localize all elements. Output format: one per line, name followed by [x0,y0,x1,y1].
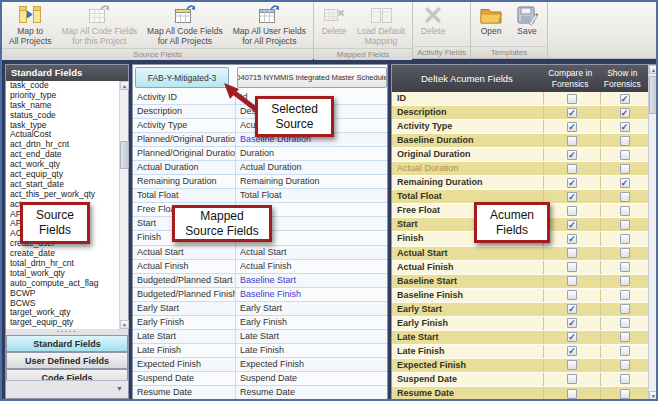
ribbon-button-map-to-all-projects[interactable]: Map to All Projects [5,3,56,48]
mapped-field-source1[interactable]: Budgeted/Planned Finish [133,288,235,301]
scroll-down-icon[interactable]: ▼ [649,391,658,400]
mapped-field-source1[interactable]: Resume Date [133,386,235,399]
compare-in-forensics-checkbox[interactable] [567,164,577,174]
mapped-field-source1[interactable]: Planned/Original Duration [133,147,235,160]
compare-in-forensics-checkbox[interactable] [567,136,577,146]
acumen-field-row[interactable]: Suspend Date [392,373,657,387]
ribbon-button-map-all-user-fields-for-all-projects[interactable]: Map All User Fields for All Projects [229,3,310,48]
mapped-field-source1[interactable]: Planned/Original Duration [133,133,235,146]
show-in-forensics-checkbox[interactable] [620,164,630,174]
ribbon-button-save[interactable]: Save [510,3,544,38]
show-in-forensics-checkbox[interactable] [620,389,630,399]
acumen-field-row[interactable]: Description✓✓ [392,106,657,120]
show-in-forensics-checkbox[interactable] [620,262,630,272]
ribbon-button-map-all-code-fields-for-all-projects[interactable]: Map All Code Fields for All Projects [143,3,227,48]
show-in-forensics-checkbox[interactable]: ✓ [620,108,630,118]
mapped-field-source1[interactable]: Total Float [133,189,235,202]
acumen-field-row[interactable]: Resume Date [392,387,657,401]
mapped-field-source2[interactable]: Actual Duration [235,161,387,174]
ribbon-button-open[interactable]: Open [474,3,508,38]
compare-in-forensics-checkbox[interactable] [567,360,577,370]
mapping-row[interactable]: Budgeted/Planned StartBaseline Start [133,274,387,288]
show-in-forensics-checkbox[interactable] [620,332,630,342]
mapped-field-source2[interactable]: Baseline Finish [235,288,387,301]
mapped-field-source1[interactable]: Remaining Duration [133,175,235,188]
compare-in-forensics-checkbox[interactable] [567,374,577,384]
acumen-scrollbar[interactable]: ▲ ▼ [648,65,657,400]
source-field-item[interactable]: act_this_per_work_qty [6,190,128,200]
mapped-field-source1[interactable]: Actual Finish [133,260,235,273]
mapped-field-source2[interactable]: Resume Date [235,386,387,399]
mapped-field-source2[interactable]: Actual Start [235,246,387,259]
acumen-field-row[interactable]: Activity Type✓✓ [392,120,657,134]
acumen-field-row[interactable]: Actual Finish [392,261,657,275]
mapped-field-source1[interactable]: Actual Duration [133,161,235,174]
show-in-forensics-checkbox[interactable]: ✓ [620,94,630,104]
compare-in-forensics-checkbox[interactable]: ✓ [567,122,577,132]
scrollbar-thumb[interactable] [120,141,129,169]
compare-in-forensics-checkbox[interactable]: ✓ [567,234,577,244]
show-in-forensics-checkbox[interactable] [620,318,630,328]
source-tab-fab-y-mitigated-3[interactable]: FAB-Y-Mitigated-3 [135,67,229,88]
compare-in-forensics-checkbox[interactable]: ✓ [567,178,577,188]
mapping-row[interactable]: Resume DateResume Date [133,386,387,400]
compare-in-forensics-checkbox[interactable]: ✓ [567,304,577,314]
chevron-down-icon[interactable]: ▼ [116,385,123,392]
mapped-field-source1[interactable]: Early Finish [133,316,235,329]
acumen-field-row[interactable]: Late Finish✓ [392,345,657,359]
compare-in-forensics-checkbox[interactable]: ✓ [567,346,577,356]
acumen-field-row[interactable]: Baseline Finish [392,289,657,303]
mapped-field-source2[interactable]: Early Finish [235,316,387,329]
scroll-up-icon[interactable]: ▲ [120,81,129,90]
mapped-field-source1[interactable]: Early Start [133,302,235,315]
show-in-forensics-checkbox[interactable]: ✓ [620,178,630,188]
show-in-forensics-checkbox[interactable] [620,304,630,314]
show-in-forensics-checkbox[interactable] [620,234,630,244]
show-in-forensics-checkbox[interactable] [620,206,630,216]
mapping-row[interactable]: Early StartEarly Start [133,302,387,316]
compare-in-forensics-checkbox[interactable] [567,276,577,286]
mapped-field-source1[interactable]: Expected Finish [133,358,235,371]
acumen-field-row[interactable]: Late Start✓ [392,331,657,345]
mapped-field-source2[interactable]: Suspend Date [235,372,387,385]
mapped-field-source2[interactable]: Baseline Start [235,274,387,287]
compare-in-forensics-checkbox[interactable]: ✓ [567,108,577,118]
acumen-field-row[interactable]: Expected Finish [392,359,657,373]
mapped-field-source2[interactable]: Late Finish [235,344,387,357]
show-in-forensics-checkbox[interactable] [620,192,630,202]
mapping-row[interactable]: Total FloatTotal Float [133,189,387,203]
mapped-field-source2[interactable]: Early Start [235,302,387,315]
show-in-forensics-checkbox[interactable] [620,360,630,370]
acumen-field-row[interactable]: Actual Duration [392,162,657,176]
compare-in-forensics-checkbox[interactable] [567,206,577,216]
mapping-row[interactable]: Actual DurationActual Duration [133,161,387,175]
sidebar-category-standard-fields[interactable]: Standard Fields [6,335,128,352]
mapping-row[interactable]: Actual StartActual Start [133,246,387,260]
show-in-forensics-checkbox[interactable] [620,150,630,160]
show-in-forensics-checkbox[interactable] [620,220,630,230]
mapped-field-source2[interactable]: Actual Finish [235,260,387,273]
mapped-field-source1[interactable]: Actual Start [133,246,235,259]
mapped-field-source1[interactable]: Budgeted/Planned Start [133,274,235,287]
show-in-forensics-checkbox[interactable] [620,276,630,286]
show-in-forensics-checkbox[interactable] [620,136,630,146]
compare-in-forensics-checkbox[interactable] [567,94,577,104]
compare-in-forensics-checkbox[interactable]: ✓ [567,192,577,202]
mapping-row[interactable]: Actual FinishActual Finish [133,260,387,274]
compare-in-forensics-checkbox[interactable]: ✓ [567,150,577,160]
source-field-item[interactable]: target_equip_qty [6,318,128,328]
acumen-field-row[interactable]: ID✓ [392,92,657,106]
acumen-field-row[interactable]: Remaining Duration✓✓ [392,176,657,190]
compare-in-forensics-checkbox[interactable]: ✓ [567,318,577,328]
acumen-field-row[interactable]: Actual Start [392,247,657,261]
mapped-field-source1[interactable]: Suspend Date [133,372,235,385]
mapped-field-source2[interactable]: Total Float [235,189,387,202]
compare-in-forensics-checkbox[interactable]: ✓ [567,220,577,230]
mapping-row[interactable]: Suspend DateSuspend Date [133,372,387,386]
compare-in-forensics-checkbox[interactable] [567,389,577,399]
show-in-forensics-checkbox[interactable] [620,346,630,356]
mapping-row[interactable]: Late FinishLate Finish [133,344,387,358]
show-in-forensics-checkbox[interactable] [620,248,630,258]
show-in-forensics-checkbox[interactable] [620,290,630,300]
mapped-field-source1[interactable]: Late Start [133,330,235,343]
